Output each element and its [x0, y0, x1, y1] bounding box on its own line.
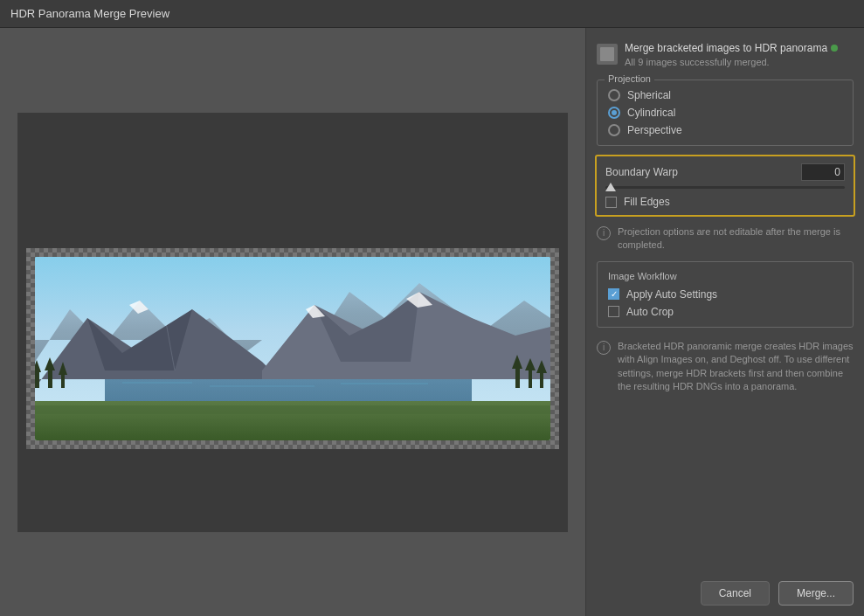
svg-rect-27	[35, 405, 550, 414]
panorama-svg	[35, 257, 550, 440]
hdr-info-icon: i	[597, 341, 611, 355]
fill-edges-label: Fill Edges	[624, 196, 670, 208]
svg-rect-23	[122, 382, 192, 384]
radio-cylindrical-circle[interactable]	[608, 107, 620, 119]
svg-rect-24	[210, 385, 314, 387]
radio-perspective-label: Perspective	[627, 124, 682, 136]
svg-rect-16	[515, 366, 520, 388]
merge-button[interactable]: Merge...	[778, 581, 854, 606]
fill-edges-checkbox-item[interactable]: Fill Edges	[605, 196, 845, 208]
preview-container	[17, 113, 568, 532]
apply-auto-settings-item[interactable]: Apply Auto Settings	[608, 288, 842, 301]
boundary-warp-input[interactable]	[801, 163, 845, 181]
fill-edges-checkbox[interactable]	[605, 197, 617, 208]
boundary-warp-slider-thumb[interactable]	[605, 183, 616, 191]
auto-crop-label: Auto Crop	[626, 306, 674, 318]
merge-title: Merge bracketed images to HDR panorama	[625, 42, 854, 54]
panorama-wrapper	[26, 248, 559, 449]
svg-rect-18	[529, 369, 532, 388]
merge-icon	[597, 44, 618, 65]
workflow-items: Apply Auto Settings Auto Crop	[608, 288, 842, 318]
auto-crop-item[interactable]: Auto Crop	[608, 306, 842, 318]
radio-spherical[interactable]: Spherical	[608, 89, 842, 101]
merge-subtitle: All 9 images successfully merged.	[625, 57, 854, 67]
boundary-warp-slider-track[interactable]	[605, 186, 845, 189]
hdr-info-text: Bracketed HDR panoramic merge creates HD…	[618, 340, 854, 394]
dialog-title: HDR Panorama Merge Preview	[10, 7, 169, 20]
boundary-header: Boundary Warp	[605, 163, 845, 181]
info-icon: i	[597, 226, 611, 240]
apply-auto-settings-checkbox[interactable]	[608, 288, 619, 300]
radio-perspective[interactable]: Perspective	[608, 124, 842, 136]
preview-area	[0, 28, 585, 616]
auto-crop-checkbox[interactable]	[608, 306, 619, 317]
cancel-button[interactable]: Cancel	[701, 581, 770, 606]
right-panel: Merge bracketed images to HDR panorama A…	[585, 28, 864, 616]
image-workflow-section: Image Workflow Apply Auto Settings Auto …	[597, 261, 854, 328]
projection-legend: Projection	[605, 73, 654, 84]
radio-spherical-circle[interactable]	[608, 89, 620, 101]
merge-text: Merge bracketed images to HDR panorama A…	[625, 42, 854, 67]
svg-rect-25	[341, 383, 428, 384]
button-row: Cancel Merge...	[597, 576, 854, 606]
boundary-warp-label: Boundary Warp	[605, 166, 678, 178]
radio-cylindrical-label: Cylindrical	[627, 107, 675, 119]
radio-perspective-circle[interactable]	[608, 124, 620, 136]
svg-rect-12	[48, 369, 52, 388]
radio-spherical-label: Spherical	[627, 89, 671, 101]
projection-section: Projection Spherical Cylindrical Perspec…	[597, 80, 854, 146]
panorama-image	[35, 257, 550, 440]
radio-cylindrical[interactable]: Cylindrical	[608, 107, 842, 119]
apply-auto-settings-label: Apply Auto Settings	[626, 288, 717, 301]
boundary-warp-section: Boundary Warp Fill Edges	[595, 155, 855, 217]
merge-status: Merge bracketed images to HDR panorama A…	[597, 38, 854, 71]
hdr-info-box: i Bracketed HDR panoramic merge creates …	[597, 336, 854, 398]
projection-info: i Projection options are not editable af…	[597, 225, 854, 253]
projection-note-text: Projection options are not editable afte…	[618, 225, 854, 253]
merge-title-text: Merge bracketed images to HDR panorama	[625, 42, 827, 54]
status-dot	[831, 45, 838, 52]
projection-radio-group: Spherical Cylindrical Perspective	[608, 89, 842, 136]
workflow-title: Image Workflow	[608, 271, 842, 281]
svg-rect-10	[35, 370, 39, 388]
